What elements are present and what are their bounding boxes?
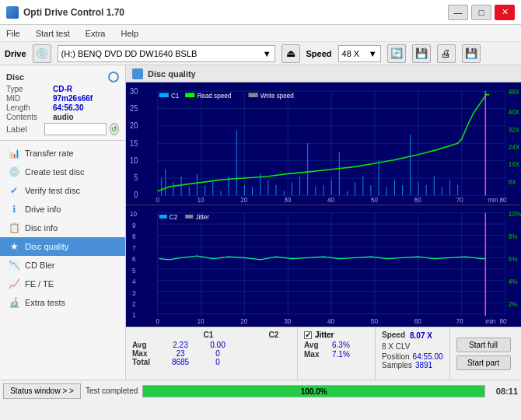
svg-text:10: 10 xyxy=(130,156,138,166)
main-area: Disc Type CD-R MID 97m26s66f Length 64:5… xyxy=(0,65,521,380)
disc-quality-icon: ★ xyxy=(8,240,20,253)
svg-text:50: 50 xyxy=(371,317,378,325)
disc-label-label: Label xyxy=(6,124,41,134)
toolbar-btn-1[interactable]: 🔄 xyxy=(387,44,406,63)
speed-select[interactable]: 48 X ▼ xyxy=(338,45,381,62)
position-row: Position 64:55.00 xyxy=(382,352,443,361)
position-value: 64:55.00 xyxy=(413,352,443,361)
stats-total-row: Total 8685 0 xyxy=(132,358,291,366)
disc-type-value: CD-R xyxy=(53,85,72,93)
jitter-checkbox[interactable]: ✓ xyxy=(304,331,312,339)
maximize-button[interactable]: □ xyxy=(471,5,491,20)
stats-bar: C1 C2 Avg 2.23 0.00 Max 23 0 Total 8685 … xyxy=(126,327,521,380)
disc-header-icon xyxy=(108,72,119,82)
svg-text:4%: 4% xyxy=(509,277,518,285)
samples-value: 3891 xyxy=(415,361,432,369)
svg-text:15: 15 xyxy=(130,138,138,148)
sidebar-item-disc-info[interactable]: 📋 Disc info xyxy=(0,219,125,237)
svg-text:0: 0 xyxy=(156,196,160,204)
speed-stats: Speed 8.07 X 8 X CLV Position 64:55.00 S… xyxy=(376,327,450,380)
titlebar-left: Opti Drive Control 1.70 xyxy=(6,6,124,19)
svg-text:50: 50 xyxy=(371,196,378,204)
disc-quality-header: Disc quality xyxy=(126,65,521,82)
svg-text:10: 10 xyxy=(197,317,204,325)
sidebar-item-create-test-disc[interactable]: 💿 Create test disc xyxy=(0,163,125,181)
menu-file[interactable]: File xyxy=(3,28,23,39)
menu-start-test[interactable]: Start test xyxy=(33,28,73,39)
disc-mid-label: MID xyxy=(6,94,53,103)
stats-c2-header: C2 xyxy=(257,331,291,339)
drive-select[interactable]: (H:) BENQ DVD DD DW1640 BSLB ▼ xyxy=(58,45,275,62)
stats-avg-c1: 2.23 xyxy=(163,341,198,349)
svg-text:80: 80 xyxy=(500,317,507,325)
cd-bler-icon: 📉 xyxy=(8,259,20,271)
menu-extra[interactable]: Extra xyxy=(82,28,109,39)
svg-text:10: 10 xyxy=(130,209,137,218)
jitter-stats: ✓ Jitter Avg 6.3% Max 7.1% xyxy=(298,327,376,380)
verify-test-disc-icon: ✔ xyxy=(8,184,20,197)
start-full-button[interactable]: Start full xyxy=(456,338,511,352)
toolbar-btn-4[interactable]: 💾 xyxy=(462,44,481,63)
toolbar-btn-3[interactable]: 🖨 xyxy=(437,44,456,63)
status-window-button[interactable]: Status window > > xyxy=(3,383,81,399)
stats-c1-header: C1 xyxy=(191,331,226,339)
svg-text:C2: C2 xyxy=(170,212,177,221)
start-part-button[interactable]: Start part xyxy=(456,355,511,370)
dq-title: Disc quality xyxy=(148,69,196,79)
fe-te-icon: 📈 xyxy=(8,278,20,290)
svg-text:10: 10 xyxy=(197,196,204,204)
svg-text:20: 20 xyxy=(240,317,247,325)
disc-info-panel: Disc Type CD-R MID 97m26s66f Length 64:5… xyxy=(0,68,125,141)
sidebar-item-fe-te[interactable]: 📈 FE / TE xyxy=(0,275,125,293)
disc-length-value: 64:56.30 xyxy=(53,103,83,112)
sidebar-item-cd-bler[interactable]: 📉 CD Bler xyxy=(0,256,125,275)
sidebar-item-verify-test-disc[interactable]: ✔ Verify test disc xyxy=(0,181,125,200)
disc-label-input[interactable] xyxy=(44,123,107,135)
disc-contents-row: Contents audio xyxy=(6,113,119,121)
mode-label: 8 X CLV xyxy=(382,342,443,351)
minimize-button[interactable]: — xyxy=(448,5,468,20)
stats-avg-label: Avg xyxy=(132,341,160,349)
svg-text:min: min xyxy=(485,317,495,325)
stats-max-label: Max xyxy=(132,349,160,358)
svg-text:80: 80 xyxy=(500,196,507,204)
svg-text:Write speed: Write speed xyxy=(260,92,294,100)
sidebar-item-extra-tests-label: Extra tests xyxy=(25,298,65,307)
svg-text:0: 0 xyxy=(156,317,160,325)
jitter-avg-label: Avg xyxy=(304,341,332,349)
dq-icon xyxy=(132,68,143,79)
svg-text:7: 7 xyxy=(132,243,136,252)
svg-text:32X: 32X xyxy=(509,125,520,133)
status-text: Test completed xyxy=(86,387,138,395)
disc-label-btn[interactable]: ↺ xyxy=(110,123,119,135)
svg-text:C1: C1 xyxy=(171,92,180,100)
jitter-max-value: 7.1% xyxy=(332,350,350,359)
stats-empty xyxy=(132,331,160,339)
sidebar-item-transfer-rate[interactable]: 📊 Transfer rate xyxy=(0,144,125,163)
stats-total-label: Total xyxy=(132,358,160,366)
svg-text:70: 70 xyxy=(456,317,463,325)
svg-text:6: 6 xyxy=(132,254,136,263)
sidebar-item-drive-info[interactable]: ℹ Drive info xyxy=(0,200,125,219)
disc-mid-row: MID 97m26s66f xyxy=(6,94,119,103)
toolbar-btn-2[interactable]: 💾 xyxy=(412,44,431,63)
sidebar-item-disc-quality[interactable]: ★ Disc quality xyxy=(0,237,125,256)
svg-text:6%: 6% xyxy=(509,254,518,263)
menu-help[interactable]: Help xyxy=(117,28,142,39)
svg-text:8X: 8X xyxy=(509,177,516,185)
stats-max-c1: 23 xyxy=(163,349,198,358)
disc-info-icon: 📋 xyxy=(8,222,20,234)
svg-rect-84 xyxy=(248,93,257,97)
drive-dropdown-arrow: ▼ xyxy=(263,49,271,58)
disc-type-row: Type CD-R xyxy=(6,85,119,93)
eject-button[interactable]: ⏏ xyxy=(281,44,300,63)
svg-text:Jitter: Jitter xyxy=(195,212,209,221)
sidebar-item-extra-tests[interactable]: 🔬 Extra tests xyxy=(0,293,125,312)
jitter-avg-row: Avg 6.3% xyxy=(304,341,369,349)
close-button[interactable]: ✕ xyxy=(495,5,515,20)
svg-text:5: 5 xyxy=(134,173,138,183)
svg-text:8%: 8% xyxy=(509,232,518,240)
drive-icon-btn[interactable]: 💿 xyxy=(33,44,51,63)
svg-text:20: 20 xyxy=(130,121,138,131)
disc-length-row: Length 64:56.30 xyxy=(6,103,119,112)
